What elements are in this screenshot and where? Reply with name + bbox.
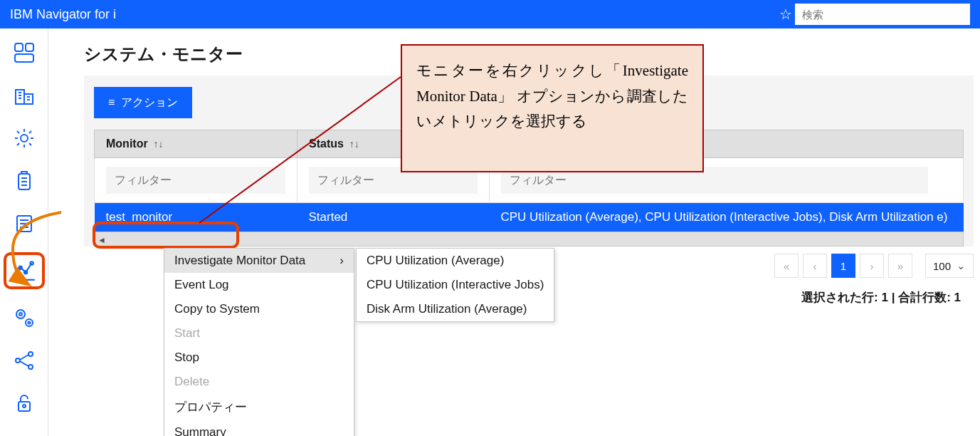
svg-point-10 bbox=[21, 135, 28, 142]
svg-point-35 bbox=[23, 405, 26, 408]
pager-prev[interactable]: ‹ bbox=[803, 254, 827, 278]
gear-icon[interactable] bbox=[10, 124, 38, 152]
context-submenu: CPU Utilization (Average) CPU Utilizatio… bbox=[356, 248, 554, 322]
sort-icon: ↑↓ bbox=[151, 138, 164, 150]
app-title: IBM Navigator for i bbox=[10, 7, 116, 22]
svg-point-28 bbox=[28, 322, 30, 324]
sub-cpu-avg[interactable]: CPU Utilization (Average) bbox=[357, 249, 554, 273]
chart-icon[interactable] bbox=[4, 252, 45, 289]
gear-process-icon[interactable] bbox=[10, 303, 38, 332]
sub-cpu-inter[interactable]: CPU Utilization (Interactive Jobs) bbox=[357, 273, 554, 297]
svg-rect-34 bbox=[19, 402, 30, 411]
svg-rect-0 bbox=[15, 43, 23, 51]
pager-last[interactable]: » bbox=[888, 254, 912, 278]
svg-point-26 bbox=[19, 313, 22, 316]
ctx-properties[interactable]: プロパティー bbox=[164, 394, 354, 420]
topbar: IBM Navigator for i ☆ bbox=[0, 0, 980, 28]
actions-button[interactable]: ≡ アクション bbox=[94, 87, 192, 118]
filter-monitor[interactable] bbox=[106, 167, 285, 194]
ctx-delete: Delete bbox=[164, 370, 354, 394]
svg-point-30 bbox=[28, 352, 33, 356]
dashboard-icon[interactable] bbox=[10, 38, 38, 67]
scroll-left-icon[interactable]: ◄ bbox=[98, 235, 106, 245]
context-menu: Investigate Monitor Data› Event Log Copy… bbox=[164, 248, 354, 436]
scroll-row[interactable]: ◄ bbox=[95, 232, 964, 246]
branch-icon[interactable] bbox=[10, 346, 38, 375]
cell-monitor[interactable]: test_monitor bbox=[95, 203, 297, 232]
list-icon[interactable] bbox=[10, 209, 38, 238]
svg-line-32 bbox=[20, 355, 28, 360]
cell-status[interactable]: Started bbox=[297, 203, 490, 232]
ctx-event-log[interactable]: Event Log bbox=[164, 273, 354, 297]
ctx-investigate[interactable]: Investigate Monitor Data› bbox=[164, 249, 354, 273]
favorite-icon[interactable]: ☆ bbox=[776, 6, 795, 23]
sort-icon: ↑↓ bbox=[347, 138, 359, 150]
page-size-select[interactable]: 100 ⌄ bbox=[925, 254, 974, 278]
svg-point-31 bbox=[28, 365, 33, 369]
svg-line-33 bbox=[20, 361, 28, 366]
battery-icon[interactable] bbox=[10, 167, 38, 195]
pager-page-1[interactable]: 1 bbox=[831, 254, 855, 278]
svg-point-25 bbox=[16, 310, 25, 318]
chevron-right-icon: › bbox=[339, 254, 344, 268]
chevron-down-icon: ⌄ bbox=[957, 259, 966, 272]
svg-rect-12 bbox=[21, 172, 27, 174]
ctx-copy[interactable]: Copy to System bbox=[164, 297, 354, 321]
svg-rect-2 bbox=[15, 54, 33, 62]
building-icon[interactable] bbox=[10, 81, 38, 110]
svg-point-27 bbox=[26, 319, 33, 326]
menu-icon: ≡ bbox=[108, 96, 114, 109]
pager-next[interactable]: › bbox=[860, 254, 884, 278]
col-header-monitor[interactable]: Monitor ↑↓ bbox=[95, 130, 297, 158]
sub-disk-arm[interactable]: Disk Arm Utilization (Average) bbox=[357, 297, 554, 321]
table-row[interactable]: test_monitor Started CPU Utilization (Av… bbox=[95, 203, 964, 232]
svg-point-20 bbox=[14, 275, 16, 278]
ctx-summary[interactable]: Summary bbox=[164, 420, 354, 436]
cell-metrics[interactable]: CPU Utilization (Average), CPU Utilizati… bbox=[490, 203, 964, 232]
sidebar bbox=[0, 28, 48, 436]
ctx-start: Start bbox=[164, 321, 354, 346]
svg-point-29 bbox=[16, 358, 20, 363]
search-input[interactable] bbox=[795, 4, 970, 25]
pager-first[interactable]: « bbox=[774, 254, 799, 278]
svg-rect-1 bbox=[26, 43, 33, 51]
actions-label: アクション bbox=[121, 95, 178, 110]
callout-box: モニターを右クリックし「Investigate Monitor Data」 オプ… bbox=[401, 44, 704, 172]
lock-icon[interactable] bbox=[10, 389, 38, 417]
ctx-stop[interactable]: Stop bbox=[164, 346, 354, 370]
